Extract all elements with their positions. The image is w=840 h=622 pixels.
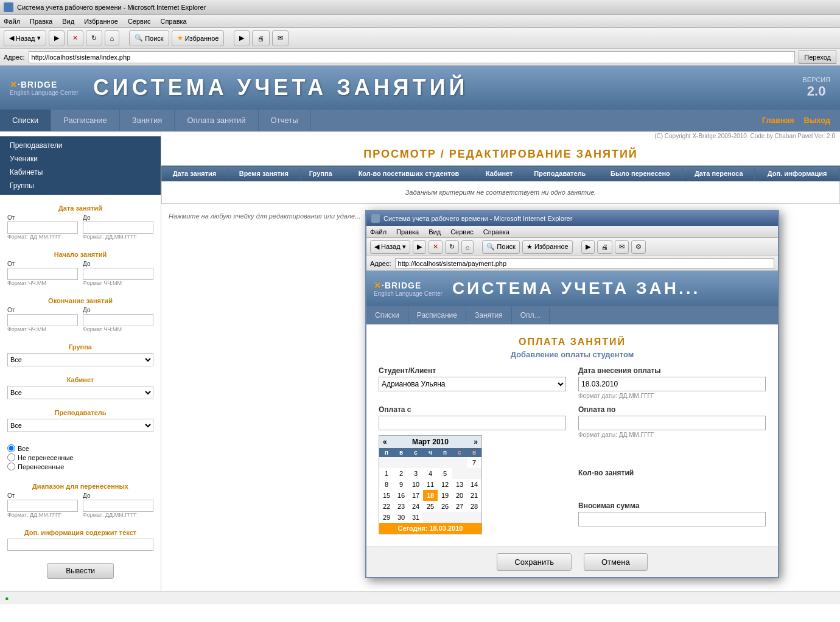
overlay-refresh-button[interactable]: ↻ <box>445 240 459 254</box>
cal-day-23[interactable]: 23 <box>394 501 408 512</box>
teacher-select[interactable]: Все <box>7 419 153 432</box>
calendar-prev[interactable]: « <box>383 438 387 446</box>
favorites-button[interactable]: ★ Избранное <box>172 30 225 46</box>
cal-day-24[interactable]: 24 <box>408 501 423 512</box>
overlay-back-button[interactable]: ◀ Назад ▾ <box>370 240 410 254</box>
menu-favorites[interactable]: Избранное <box>84 18 118 25</box>
mail-button[interactable]: ✉ <box>272 30 289 46</box>
forward-button[interactable]: ▶ <box>49 30 65 46</box>
menu-file[interactable]: Файл <box>4 18 20 25</box>
overlay-address-input[interactable] <box>395 258 774 269</box>
cal-day-3[interactable]: 3 <box>408 468 423 479</box>
pay-from-input[interactable] <box>379 416 566 430</box>
cal-day-29[interactable]: 29 <box>379 512 394 523</box>
menu-view[interactable]: Вид <box>62 18 74 25</box>
cal-day-19[interactable]: 19 <box>438 490 452 501</box>
cal-day-4[interactable]: 4 <box>423 468 438 479</box>
radio-not-moved[interactable]: Не перенесенные <box>7 453 153 461</box>
sidebar-item-rooms[interactable]: Кабинеты <box>0 166 161 179</box>
media-button[interactable]: ▶ <box>234 30 250 46</box>
address-input[interactable] <box>29 51 796 63</box>
sidebar-item-groups[interactable]: Группы <box>0 179 161 192</box>
extra-text-input[interactable] <box>7 539 153 551</box>
cal-day-31[interactable]: 31 <box>408 512 423 523</box>
back-button[interactable]: ◀ Назад ▾ <box>4 30 46 46</box>
overlay-home-button[interactable]: ⌂ <box>461 240 474 254</box>
cal-day-14[interactable]: 14 <box>467 479 481 490</box>
cal-day-16[interactable]: 16 <box>394 490 408 501</box>
nav-logout[interactable]: Выход <box>804 116 830 125</box>
sidebar-item-teachers[interactable]: Преподаватели <box>0 139 161 152</box>
cal-day-9[interactable]: 9 <box>394 479 408 490</box>
cancel-button[interactable]: Отмена <box>584 553 648 571</box>
overlay-menu-edit[interactable]: Правка <box>396 228 419 236</box>
goto-button[interactable]: Переход <box>799 51 836 64</box>
cal-day-25[interactable]: 25 <box>423 501 438 512</box>
overlay-nav-lists[interactable]: Списки <box>366 306 408 324</box>
amount-input[interactable] <box>578 512 766 526</box>
menu-edit[interactable]: Правка <box>30 18 52 25</box>
pay-to-input[interactable] <box>578 416 766 430</box>
student-select[interactable]: Адрианова Ульяна <box>379 377 566 391</box>
cal-day-1[interactable]: 1 <box>379 468 394 479</box>
payment-date-input[interactable] <box>578 377 766 391</box>
overlay-nav-lessons[interactable]: Занятия <box>466 306 512 324</box>
nav-lists[interactable]: Списки <box>0 110 51 131</box>
cal-day-12[interactable]: 12 <box>438 479 452 490</box>
room-select[interactable]: Все <box>7 386 153 399</box>
range-to-input[interactable] <box>83 500 153 512</box>
cal-day-21[interactable]: 21 <box>467 490 481 501</box>
cal-day-18[interactable]: 18 <box>423 490 438 501</box>
cal-day-17[interactable]: 17 <box>408 490 423 501</box>
cal-day-30[interactable]: 30 <box>394 512 408 523</box>
cal-day-22[interactable]: 22 <box>379 501 394 512</box>
overlay-menu-tools[interactable]: Сервис <box>450 228 474 236</box>
date-from-input[interactable] <box>7 222 78 234</box>
date-to-input[interactable] <box>83 222 153 234</box>
overlay-stop-button[interactable]: ✕ <box>429 240 443 254</box>
end-from-input[interactable] <box>7 314 78 326</box>
search-button[interactable]: 🔍 Поиск <box>129 30 169 46</box>
menu-help[interactable]: Справка <box>161 18 187 25</box>
calendar-today[interactable]: Сегодня: 18.03.2010 <box>379 523 481 534</box>
nav-lessons[interactable]: Занятия <box>120 110 175 131</box>
cal-day-27[interactable]: 27 <box>452 501 467 512</box>
save-button[interactable]: Сохранить <box>497 553 572 571</box>
nav-schedule[interactable]: Расписание <box>51 110 120 131</box>
menu-tools[interactable]: Сервис <box>128 18 151 25</box>
stop-button[interactable]: ✕ <box>67 30 83 46</box>
start-to-input[interactable] <box>83 268 153 280</box>
submit-button[interactable]: Вывести <box>47 563 114 579</box>
overlay-nav-payment[interactable]: Опл... <box>512 306 550 324</box>
cal-day-20[interactable]: 20 <box>452 490 467 501</box>
cal-day-5[interactable]: 5 <box>438 468 452 479</box>
cal-day-11[interactable]: 11 <box>423 479 438 490</box>
overlay-nav-schedule[interactable]: Расписание <box>408 306 466 324</box>
cal-day-28[interactable]: 28 <box>467 501 481 512</box>
overlay-favorites-button[interactable]: ★ Избранное <box>522 240 573 254</box>
overlay-print-button[interactable]: 🖨 <box>597 240 612 254</box>
overlay-forward-button[interactable]: ▶ <box>413 240 426 254</box>
overlay-media-button[interactable]: ▶ <box>581 240 595 254</box>
nav-home[interactable]: Главная <box>762 116 794 125</box>
group-select[interactable]: Все <box>7 353 153 366</box>
start-from-input[interactable] <box>7 268 78 280</box>
cal-day-26[interactable]: 26 <box>438 501 452 512</box>
cal-day-13[interactable]: 13 <box>452 479 467 490</box>
overlay-menu-help[interactable]: Справка <box>483 228 509 236</box>
overlay-menu-view[interactable]: Вид <box>429 228 441 236</box>
print-button[interactable]: 🖨 <box>252 30 270 46</box>
nav-payment[interactable]: Оплата занятий <box>175 110 258 131</box>
cal-day-10[interactable]: 10 <box>408 479 423 490</box>
cal-day-15[interactable]: 15 <box>379 490 394 501</box>
cal-day-2[interactable]: 2 <box>394 468 408 479</box>
sidebar-item-students[interactable]: Ученики <box>0 152 161 166</box>
cal-day-8[interactable]: 8 <box>379 479 394 490</box>
end-to-input[interactable] <box>83 314 153 326</box>
radio-all[interactable]: Все <box>7 444 153 452</box>
radio-moved[interactable]: Перенесенные <box>7 463 153 470</box>
range-from-input[interactable] <box>7 500 78 512</box>
overlay-search-button[interactable]: 🔍 Поиск <box>482 240 520 254</box>
refresh-button[interactable]: ↻ <box>86 30 102 46</box>
nav-reports[interactable]: Отчеты <box>259 110 311 131</box>
